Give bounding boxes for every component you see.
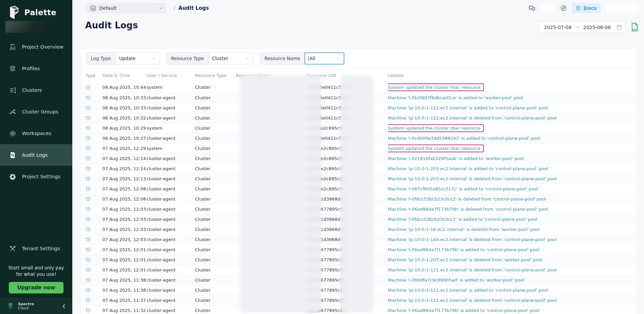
- update-message[interactable]: Machine 'ip-10-0-1-207.ec2.internal' is …: [388, 257, 542, 262]
- update-message[interactable]: Machine 'i-06bdfa7c9c896b5ad' is added t…: [388, 278, 524, 283]
- cell-resource-name: [236, 194, 307, 204]
- docs-button[interactable]: Docs: [572, 3, 601, 13]
- update-message[interactable]: Machine 'ip-10-0-1-121.ec2.internal' is …: [388, 298, 557, 303]
- date-from-value[interactable]: 2025-07-08: [544, 25, 571, 30]
- table-row[interactable]: 07 Aug 2025, 12:01cluster-agentCluster68…: [81, 255, 636, 265]
- table-row[interactable]: 07 Aug 2025, 12:03cluster-agentCluster68…: [81, 234, 636, 244]
- cell-resource-name: [236, 82, 307, 93]
- sidebar-item-clusters[interactable]: Clusters: [0, 79, 72, 101]
- table-row[interactable]: 08 Aug 2025, 10:32cluster-agentCluster68…: [81, 113, 636, 123]
- cell-datetime: 07 Aug 2025, 12:29: [102, 143, 147, 153]
- table-row[interactable]: 08 Aug 2025, 10:33cluster-agentCluster68…: [81, 93, 636, 103]
- update-message[interactable]: Machine 'i-06ad884a7f173b79b' is added t…: [388, 308, 539, 313]
- table-row[interactable]: 07 Aug 2025, 11:38cluster-agentCluster68…: [81, 285, 636, 295]
- topbar: Default / Audit Logs Docs: [72, 0, 644, 16]
- sidebar-item-cluster-groups[interactable]: Cluster Groups: [0, 101, 72, 123]
- table-row[interactable]: 08 Aug 2025, 10:27cluster-agentCluster68…: [81, 133, 636, 143]
- date-to-value[interactable]: 2025-08-08: [583, 25, 611, 30]
- cell-user-service: cluster-agent: [147, 234, 195, 244]
- update-message[interactable]: Machine 'ip-10-0-1-121.ec2.internal' is …: [388, 288, 548, 293]
- table-row[interactable]: 07 Aug 2025, 12:13cluster-agentCluster68…: [81, 174, 636, 184]
- sidebar-item-workspaces[interactable]: Workspaces: [0, 123, 72, 144]
- filter-log-type-select[interactable]: Update: [115, 52, 159, 64]
- sidebar-item-label: Profiles: [22, 66, 40, 71]
- update-message-highlighted[interactable]: System updated the cluster rbac resource: [388, 124, 484, 132]
- project-selector[interactable]: Default: [86, 3, 166, 14]
- update-message[interactable]: Machine 'ip-10-0-1-122.ec2.internal' is …: [388, 115, 557, 121]
- cell-user-service: cluster-agent: [147, 275, 195, 285]
- update-message[interactable]: Machine 'ip-10-0-1-203.ec2.internal' is …: [388, 166, 548, 171]
- filter-resource-type-select[interactable]: Cluster: [208, 52, 253, 64]
- table-row[interactable]: 07 Aug 2025, 12:14cluster-agentCluster68…: [81, 153, 636, 163]
- cell-update: Machine 'i-06ad884a7f173b79b' is added t…: [388, 305, 636, 314]
- cell-type: [81, 153, 102, 163]
- chevron-down-icon: [246, 57, 249, 60]
- update-message[interactable]: Machine 'i-02181bfab328f5aab' is added t…: [388, 156, 524, 161]
- table-row[interactable]: 08 Aug 2025, 10:44systemCluster6895f8e04…: [81, 82, 636, 93]
- sidebar-item-tenant-settings[interactable]: Tenant Settings: [0, 238, 72, 259]
- update-message[interactable]: Machine 'ip-10-0-1-16.ec2.internal' is d…: [388, 227, 540, 232]
- update-message-highlighted[interactable]: System updated the cluster rbac resource: [388, 83, 484, 91]
- cell-resource-name: [236, 244, 307, 255]
- cell-resource-name: [236, 305, 307, 314]
- export-csv-button[interactable]: csv: [629, 21, 641, 33]
- cell-resource-uid: 6894b677895c95: [307, 285, 388, 295]
- table-row[interactable]: 08 Aug 2025, 10:29systemCluster6894be2c8…: [81, 123, 636, 133]
- calendar-icon[interactable]: [616, 24, 622, 30]
- table-row[interactable]: 07 Aug 2025, 11:38cluster-agentCluster68…: [81, 275, 636, 285]
- table-row[interactable]: 07 Aug 2025, 12:29systemCluster6894be2c8…: [81, 143, 636, 153]
- cell-update: Machine 'i-0cd009e3dd5388292' is added t…: [388, 133, 636, 143]
- chat-icon[interactable]: [528, 4, 536, 12]
- sidebar-item-project-overview[interactable]: Project Overview: [0, 36, 72, 58]
- cell-datetime: 07 Aug 2025, 12:03: [102, 214, 147, 224]
- cell-update: Machine 'ip-10-0-1-122.ec2.internal' is …: [388, 113, 636, 123]
- update-message[interactable]: Machine 'i-0cd009e3dd5388292' is added t…: [388, 136, 540, 141]
- update-message[interactable]: Machine 'ip-10-0-1-121.ec2.internal' is …: [388, 267, 557, 272]
- filter-resource-type-label: Resource Type: [166, 52, 208, 64]
- table-row[interactable]: 07 Aug 2025, 12:03cluster-agentCluster68…: [81, 214, 636, 224]
- filter-log-type-label: Log Type: [86, 52, 115, 64]
- sidebar-item-label: Clusters: [22, 87, 42, 93]
- compass-icon[interactable]: [560, 5, 567, 11]
- upgrade-now-button[interactable]: Upgrade now: [9, 282, 64, 293]
- update-message[interactable]: Machine 'ip-10-0-1-203.ec2.internal' is …: [388, 176, 557, 181]
- profiles-icon: [9, 65, 16, 72]
- table-row[interactable]: 07 Aug 2025, 12:01cluster-agentCluster68…: [81, 265, 636, 275]
- table-row[interactable]: 08 Aug 2025, 10:33cluster-agentCluster68…: [81, 103, 636, 113]
- table-row[interactable]: 07 Aug 2025, 12:03cluster-agentCluster68…: [81, 204, 636, 214]
- update-message[interactable]: Machine 'i-0b2f697f6dbcad3ce' is added t…: [388, 95, 523, 100]
- cell-update: System updated the cluster rbac resource: [388, 82, 636, 93]
- table-row[interactable]: 07 Aug 2025, 12:08cluster-agentCluster68…: [81, 194, 636, 204]
- table-row[interactable]: 07 Aug 2025, 12:01cluster-agentCluster68…: [81, 244, 636, 255]
- update-message-highlighted[interactable]: System updated the cluster rbac resource: [388, 145, 484, 152]
- cell-resource-name: [236, 113, 307, 123]
- cell-update: Machine 'i-06bdfa7c9c896b5ad' is added t…: [388, 275, 636, 285]
- update-message[interactable]: Machine 'i-06ad884a7f173b79b' is added t…: [388, 247, 539, 252]
- table-row[interactable]: 07 Aug 2025, 12:03cluster-agentCluster68…: [81, 224, 636, 234]
- table-row[interactable]: 07 Aug 2025, 12:14cluster-agentCluster68…: [81, 163, 636, 174]
- sidebar-item-profiles[interactable]: Profiles: [0, 58, 72, 79]
- brand-name: Palette: [24, 8, 56, 17]
- update-message[interactable]: Machine 'ip-10-0-1-122.ec2.internal' is …: [388, 105, 548, 110]
- sidebar-item-audit-logs[interactable]: Audit Logs: [0, 144, 72, 166]
- app-root: Palette Project OverviewProfilesClusters…: [0, 0, 644, 314]
- history-icon: [85, 206, 91, 212]
- redacted-user-area: [605, 3, 639, 13]
- history-icon: [85, 166, 91, 171]
- cell-datetime: 07 Aug 2025, 12:01: [102, 265, 147, 275]
- cell-update: Machine 'ip-10-0-1-203.ec2.internal' is …: [388, 174, 636, 184]
- table-row[interactable]: 07 Aug 2025, 11:37cluster-agentCluster68…: [81, 295, 636, 305]
- update-message[interactable]: Machine 'i-06ad884a7f173b79b' is deleted…: [388, 207, 548, 212]
- table-row[interactable]: 07 Aug 2025, 12:08cluster-agentCluster68…: [81, 184, 636, 194]
- date-range-picker[interactable]: 2025-07-08 → 2025-08-08: [539, 21, 626, 33]
- sidebar-collapse-button[interactable]: [61, 304, 66, 309]
- table-row[interactable]: 07 Aug 2025, 11:32cluster-agentCluster68…: [81, 305, 636, 314]
- update-message[interactable]: Machine 'ip-10-0-1-144.ec2.internal' is …: [388, 237, 557, 242]
- update-message[interactable]: Machine 'i-067cf605a85cc317c' is added t…: [388, 186, 538, 191]
- history-icon: [85, 186, 91, 191]
- update-message[interactable]: Machine 'i-0fdcc53bcb23c0cc2' is added t…: [388, 217, 537, 222]
- update-message[interactable]: Machine 'i-0fdcc53bcb23c0cc2' is deleted…: [388, 197, 546, 202]
- filter-resource-name-select[interactable]: All: [304, 52, 344, 64]
- project-overview-icon: [9, 44, 16, 51]
- sidebar-item-project-settings[interactable]: Project Settings: [0, 166, 72, 187]
